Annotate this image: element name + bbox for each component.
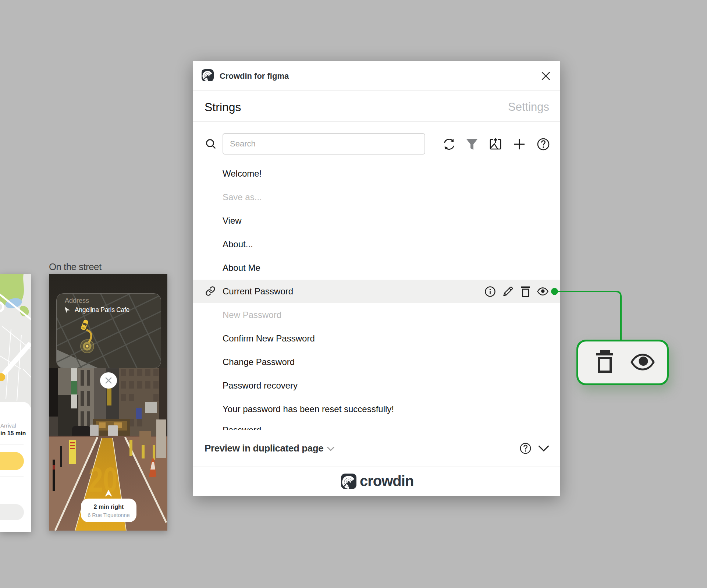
svg-text:20: 20 [88,460,117,499]
